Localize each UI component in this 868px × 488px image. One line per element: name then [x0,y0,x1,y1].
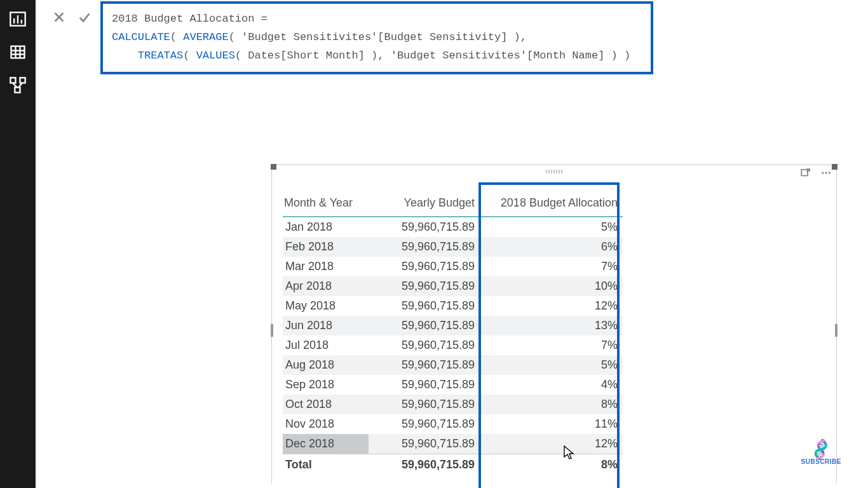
cell-allocation: 7% [480,336,623,355]
cell-month: Jul 2018 [283,336,369,355]
resize-handle[interactable] [271,164,276,170]
data-view-icon[interactable] [9,43,27,61]
commit-formula-icon[interactable] [78,10,92,27]
formula-bar-actions [48,0,100,27]
cell-budget: 59,960,715.89 [369,316,480,336]
table-total-row: Total 59,960,715.89 8% [283,454,623,475]
col-header-month[interactable]: Month & Year [283,193,369,217]
table-row[interactable]: Aug 201859,960,715.895% [283,355,623,375]
table-row[interactable]: Feb 201859,960,715.896% [283,237,623,257]
cell-budget: 59,960,715.89 [369,296,480,316]
total-budget: 59,960,715.89 [369,454,480,475]
cell-budget: 59,960,715.89 [369,414,480,434]
report-canvas: 2018 Budget Allocation = CALCULATE( AVER… [36,0,868,488]
table-visual[interactable]: Month & Year Yearly Budget 2018 Budget A… [271,164,837,484]
cell-budget: 59,960,715.89 [369,257,480,276]
svg-point-19 [825,172,827,174]
cell-month: Jun 2018 [283,316,369,336]
svg-point-20 [829,172,831,174]
report-view-icon[interactable] [9,10,27,28]
total-label: Total [283,454,369,475]
cell-budget: 59,960,715.89 [369,395,480,414]
cell-month: Mar 2018 [283,257,369,276]
cell-budget: 59,960,715.89 [369,336,480,355]
cell-allocation: 6% [480,237,623,257]
focus-mode-icon[interactable] [800,167,811,181]
total-allocation: 8% [480,454,623,475]
drag-handle-icon[interactable] [546,170,562,173]
cell-budget: 59,960,715.89 [369,237,480,257]
svg-rect-16 [801,170,808,176]
cell-month: Oct 2018 [283,395,369,414]
data-table[interactable]: Month & Year Yearly Budget 2018 Budget A… [283,193,623,475]
cell-month: Nov 2018 [283,414,369,434]
cell-budget: 59,960,715.89 [369,355,480,375]
resize-handle[interactable] [271,324,273,337]
cell-month: Sep 2018 [283,375,369,395]
table-row[interactable]: Apr 201859,960,715.8910% [283,276,623,296]
cell-allocation: 5% [480,355,623,375]
cell-allocation: 11% [480,414,623,434]
view-switcher-rail [0,0,36,488]
table-row[interactable]: May 201859,960,715.8912% [283,296,623,316]
cell-allocation: 12% [480,434,623,454]
data-table-wrap: Month & Year Yearly Budget 2018 Budget A… [283,193,623,475]
cell-allocation: 7% [480,257,623,276]
model-view-icon[interactable] [9,76,27,94]
svg-rect-4 [11,46,25,58]
svg-rect-11 [15,88,20,93]
cell-month: Dec 2018 [283,434,369,454]
svg-rect-9 [10,78,15,83]
cell-budget: 59,960,715.89 [369,375,480,395]
cell-month: Aug 2018 [283,355,369,375]
table-row[interactable]: Mar 201859,960,715.897% [283,257,623,276]
table-row[interactable]: Jan 201859,960,715.895% [283,217,623,237]
table-row[interactable]: Dec 201859,960,715.8912% [283,434,623,454]
cell-allocation: 8% [480,395,623,414]
cell-budget: 59,960,715.89 [369,434,480,454]
cell-allocation: 12% [480,296,623,316]
more-options-icon[interactable] [820,167,832,181]
table-row[interactable]: Nov 201859,960,715.8911% [283,414,623,434]
table-row[interactable]: Jul 201859,960,715.897% [283,336,623,355]
svg-point-18 [822,172,824,174]
cell-allocation: 13% [480,316,623,336]
cell-allocation: 10% [480,276,623,296]
formula-bar-area: 2018 Budget Allocation = CALCULATE( AVER… [48,0,868,76]
cell-budget: 59,960,715.89 [369,217,480,237]
subscribe-watermark: 🧬 SUBSCRIBE [801,440,841,465]
cancel-formula-icon[interactable] [52,10,66,27]
table-row[interactable]: Jun 201859,960,715.8913% [283,316,623,336]
cell-allocation: 5% [480,217,623,237]
resize-handle[interactable] [835,324,837,337]
cell-allocation: 4% [480,375,623,395]
cell-month: Jan 2018 [283,217,369,237]
formula-bar[interactable]: 2018 Budget Allocation = CALCULATE( AVER… [100,1,653,74]
cell-month: Feb 2018 [283,237,369,257]
col-header-budget[interactable]: Yearly Budget [369,193,480,217]
table-row[interactable]: Oct 201859,960,715.898% [283,395,623,414]
table-row[interactable]: Sep 201859,960,715.894% [283,375,623,395]
svg-rect-10 [20,78,25,83]
visual-header [800,167,832,181]
resize-handle[interactable] [832,164,837,170]
cell-budget: 59,960,715.89 [369,276,480,296]
formula-measure-name: 2018 Budget Allocation [112,13,254,25]
col-header-allocation[interactable]: 2018 Budget Allocation [480,193,623,217]
cell-month: Apr 2018 [283,276,369,296]
table-header-row: Month & Year Yearly Budget 2018 Budget A… [283,193,623,217]
selection-border [271,165,837,165]
cell-month: May 2018 [283,296,369,316]
